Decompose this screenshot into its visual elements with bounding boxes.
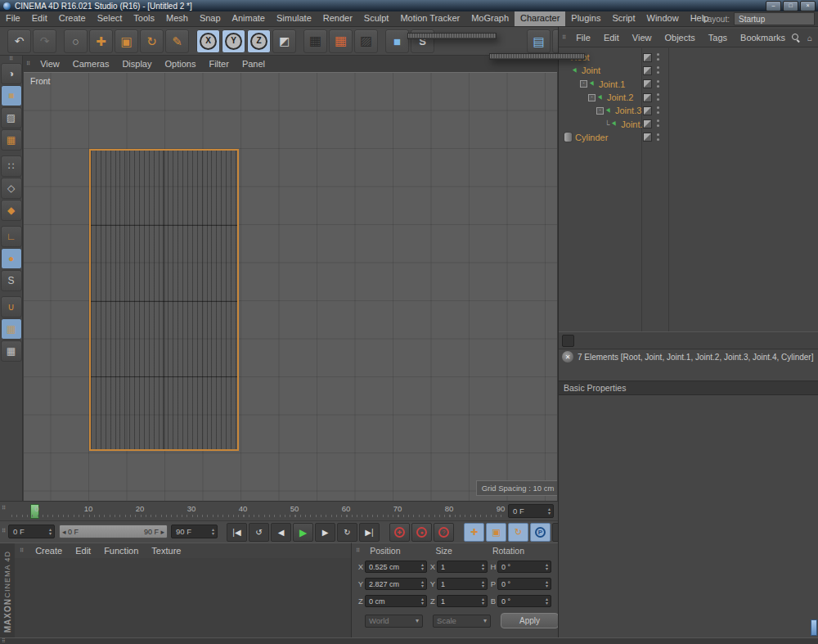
expander-icon[interactable] [580, 80, 587, 88]
cylinder-object[interactable] [89, 149, 239, 451]
viewport-menu-filter[interactable]: Filter [202, 57, 235, 70]
stepper-down-icon[interactable]: ▾ [482, 567, 484, 571]
tree-row-root[interactable]: ○Root [559, 51, 818, 64]
tree-row-joint-3[interactable]: ▲Joint.3 [559, 104, 818, 117]
undo-button[interactable]: ↶ [7, 29, 31, 53]
menubar-item-edit[interactable]: Edit [26, 11, 53, 26]
stepper-down-icon[interactable]: ▾ [546, 567, 548, 571]
object-axis-mode-button[interactable]: ∟ [1, 226, 22, 247]
previous-key-button[interactable]: ↺ [249, 523, 269, 542]
redo-button[interactable]: ↷ [33, 29, 56, 53]
scale-tool-button[interactable]: ▣ [115, 29, 138, 53]
menubar-item-simulate[interactable]: Simulate [271, 11, 317, 26]
viewport-menu-display[interactable]: Display [115, 57, 158, 70]
material-menu-edit[interactable]: Edit [69, 545, 97, 556]
menubar-item-script[interactable]: Script [606, 11, 640, 26]
viewport-menu-view[interactable]: View [34, 57, 66, 70]
stepper-down-icon[interactable]: ▾ [482, 601, 484, 606]
visibility-dots-icon[interactable] [657, 119, 659, 122]
stepper-icon[interactable]: ▴▾ [419, 580, 426, 588]
stepper-icon[interactable]: ▴▾ [543, 563, 551, 570]
workplane-lock-button[interactable]: ▦ [1, 318, 22, 340]
panel-corner-icon[interactable] [811, 619, 817, 636]
play-button[interactable]: ▶ [293, 523, 313, 542]
live-selection-button[interactable]: ◌ [64, 29, 88, 53]
workplane-mode-button[interactable]: ▦ [1, 129, 22, 151]
layer-toggle-icon[interactable] [643, 133, 652, 142]
stepper-icon[interactable]: ▴▾ [419, 563, 426, 570]
size-y-field[interactable]: 1▴▾ [437, 578, 488, 590]
render-settings-button[interactable]: ▨ [354, 29, 378, 53]
menubar-item-tools[interactable]: Tools [128, 11, 160, 26]
menubar-item-character[interactable]: Character [515, 11, 565, 26]
home-icon[interactable]: ⌂ [805, 33, 815, 43]
layer-toggle-icon[interactable] [643, 106, 652, 115]
range-start-spinner[interactable]: 0 F ▴▾ [8, 525, 55, 538]
visibility-dots-icon[interactable] [657, 133, 659, 136]
goto-end-button[interactable]: ▶| [359, 523, 380, 542]
window-minimize-button[interactable]: – [766, 1, 781, 11]
tree-row-joint[interactable]: ▲Joint [559, 64, 818, 77]
size-mode-select[interactable]: Scale ▾ [433, 615, 491, 628]
render-picture-viewer-button[interactable]: ▦ [329, 29, 353, 53]
menubar-item-animate[interactable]: Animate [227, 11, 271, 26]
object-manager-menu-view[interactable]: View [626, 32, 658, 43]
viewport-menu-panel[interactable]: Panel [236, 57, 272, 70]
layer-toggle-icon[interactable] [643, 119, 652, 128]
tree-row-joint-1[interactable]: ▲Joint.1 [559, 78, 818, 91]
menu-tearoff-handle[interactable] [490, 54, 584, 59]
range-end-spinner[interactable]: 90 F ▴▾ [171, 525, 218, 538]
key-rotation-button[interactable]: ↻ [508, 523, 528, 542]
stepper-icon[interactable]: ▴▾ [209, 528, 217, 535]
window-close-button[interactable]: × [800, 1, 816, 11]
stepper-down-icon[interactable]: ▾ [421, 567, 424, 571]
next-frame-button[interactable]: ▶ [315, 523, 335, 542]
menubar-item-render[interactable]: Render [317, 11, 358, 26]
current-frame-spinner[interactable]: 0 F ▴▾ [508, 504, 554, 518]
coordinate-system-button[interactable]: ◩ [272, 29, 296, 53]
stepper-down-icon[interactable]: ▾ [421, 601, 424, 606]
layer-toggle-icon[interactable] [643, 66, 652, 75]
stepper-icon[interactable]: ▴▾ [546, 507, 553, 515]
stepper-down-icon[interactable]: ▾ [548, 511, 551, 516]
material-menu-texture[interactable]: Texture [145, 545, 187, 556]
menubar-item-mesh[interactable]: Mesh [160, 11, 194, 26]
search-icon[interactable] [792, 34, 800, 42]
move-tool-button[interactable]: ✚ [89, 29, 113, 53]
key-position-button[interactable]: ✚ [464, 523, 484, 542]
key-parameter-button[interactable]: P [530, 523, 551, 542]
attribute-mode-icon[interactable] [562, 335, 574, 347]
stepper-icon[interactable]: ▴▾ [479, 580, 487, 588]
viewport-canvas[interactable]: Front Grid Spacing : 10 cm [24, 72, 557, 501]
tree-row-cylinder[interactable]: Cylinder [559, 131, 818, 144]
size-z-field[interactable]: 1▴▾ [437, 595, 488, 607]
preview-range-slider[interactable]: ◂ 0 F 90 F ▸ [59, 525, 168, 538]
viewport-menu-cameras[interactable]: Cameras [66, 57, 116, 70]
visibility-dots-icon[interactable] [657, 66, 659, 69]
rot-h-field[interactable]: 0 °▴▾ [497, 561, 551, 573]
stepper-icon[interactable]: ▴▾ [543, 580, 551, 588]
visibility-dots-icon[interactable] [657, 53, 659, 56]
material-menu-function[interactable]: Function [97, 545, 145, 556]
visibility-dots-icon[interactable] [657, 80, 659, 83]
layer-toggle-icon[interactable] [643, 53, 652, 62]
record-options-button[interactable]: ? [434, 523, 454, 542]
snap-settings-button[interactable]: S [1, 270, 22, 291]
visibility-dots-icon[interactable] [657, 93, 659, 96]
stepper-icon[interactable]: ▴▾ [479, 597, 487, 605]
object-manager-menu-tags[interactable]: Tags [702, 32, 734, 43]
lock-y-axis-button[interactable]: Y [222, 29, 245, 53]
stepper-down-icon[interactable]: ▾ [546, 584, 548, 588]
object-manager-menu-edit[interactable]: Edit [597, 32, 626, 43]
model-mode-button[interactable]: ■ [1, 85, 22, 106]
timeline-ruler[interactable]: ⠿ 0102030405060708090 0 F ▴▾ [0, 501, 559, 520]
tweak-mode-button[interactable]: ● [1, 248, 22, 269]
coordinate-space-select[interactable]: World ▾ [365, 615, 423, 628]
rotate-tool-button[interactable]: ↻ [140, 29, 164, 53]
expander-icon[interactable] [588, 94, 596, 101]
material-menu-create[interactable]: Create [29, 545, 69, 556]
menubar-item-window[interactable]: Window [641, 11, 685, 26]
lock-z-axis-button[interactable]: Z [247, 29, 271, 53]
apply-button[interactable]: Apply [501, 613, 559, 628]
rot-b-field[interactable]: 0 °▴▾ [497, 595, 551, 607]
